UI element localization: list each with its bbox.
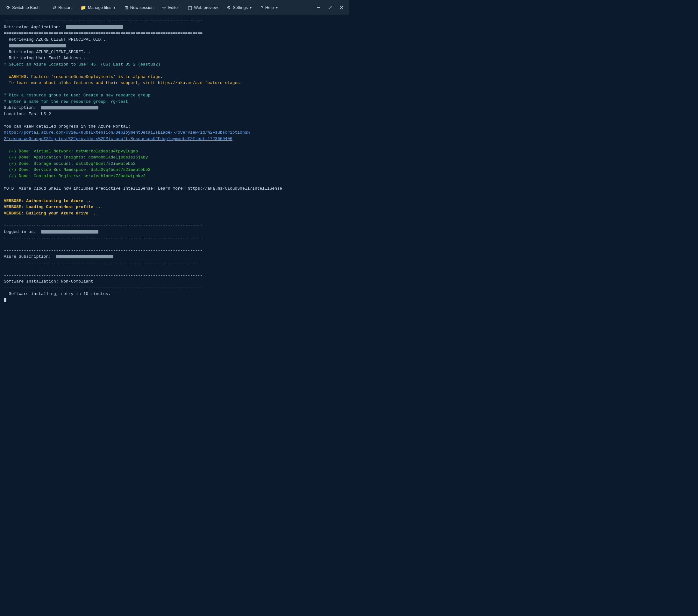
terminal-line (4, 191, 345, 198)
minimize-button[interactable]: − (313, 2, 323, 13)
divider-1 (46, 4, 46, 12)
editor-icon: ✏ (163, 5, 166, 10)
terminal-line (4, 142, 345, 148)
terminal-line: ? Pick a resource group to use: Create a… (4, 92, 345, 99)
terminal-line: ----------------------------------------… (4, 272, 345, 279)
new-session-button[interactable]: ⊞ New session (121, 3, 158, 12)
terminal-line: Software Installation: Non-Compliant (4, 278, 345, 285)
terminal-line: ----------------------------------------… (4, 247, 345, 254)
terminal[interactable]: ========================================… (0, 15, 349, 308)
terminal-line: Subscription: █████████████████ (4, 105, 345, 111)
terminal-line: Software installing, retry in 10 minutes… (4, 291, 345, 297)
manage-files-chevron-icon: ▾ (113, 5, 115, 10)
redacted-value: █████████████████ (56, 255, 113, 259)
terminal-line: ----------------------------------------… (4, 285, 345, 291)
restart-icon: ↺ (53, 5, 56, 10)
terminal-line: https://portal.azure.com/#view/HubsExten… (4, 129, 345, 142)
terminal-line: (✓) Done: Storage account: data0vq4bqnt7… (4, 161, 345, 167)
terminal-line: VERBOSE: Authenticating to Azure ... (4, 198, 345, 204)
terminal-line: WARNING: Feature 'resourceGroupDeploymen… (4, 74, 345, 80)
terminal-line (4, 266, 345, 272)
redacted-value: █████████████████ (41, 230, 98, 234)
help-icon: ? (261, 5, 263, 10)
terminal-line (4, 86, 345, 92)
switch-to-bash-button[interactable]: ⟳ Switch to Bash (2, 3, 43, 12)
terminal-line: Retrieving User Email Address... (4, 55, 345, 61)
terminal-line: To learn more about alpha features and t… (4, 80, 345, 86)
terminal-line: VERBOSE: Loading CurrentHost profile ... (4, 204, 345, 210)
terminal-line (4, 216, 345, 223)
web-preview-button[interactable]: ◫ Web preview (184, 3, 222, 12)
gear-icon: ⚙ (227, 5, 231, 10)
settings-button[interactable]: ⚙ Settings ▾ (223, 3, 256, 12)
terminal-line (4, 68, 345, 74)
manage-files-button[interactable]: 📁 Manage files ▾ (77, 3, 120, 12)
close-button[interactable]: ✕ (336, 2, 347, 13)
terminal-line (4, 179, 345, 186)
terminal-line: ----------------------------------------… (4, 235, 345, 242)
terminal-line: ========================================… (4, 30, 345, 37)
new-session-icon: ⊞ (125, 5, 128, 10)
terminal-line: Retrieving AZURE_CLIENT_PRINCIPAL_OID... (4, 37, 345, 43)
folder-icon: 📁 (81, 5, 86, 10)
terminal-link-2: 2FresourceGroups%2Frg-test%2Fproviders%2… (4, 137, 233, 141)
terminal-line: (✓) Done: Application Insights: commonbl… (4, 154, 345, 161)
settings-chevron-icon: ▾ (250, 5, 252, 10)
redacted-value: █████████████████ (41, 106, 98, 110)
redacted-value: █████████████████ (66, 25, 123, 29)
terminal-line: Azure Subscription: █████████████████ (4, 254, 345, 260)
web-preview-icon: ◫ (188, 5, 192, 10)
terminal-line: ----------------------------------------… (4, 260, 345, 266)
maximize-button[interactable]: ⤢ (325, 2, 335, 13)
terminal-line: █████████████████ (4, 43, 345, 49)
switch-icon: ⟳ (6, 5, 10, 10)
window-controls: − ⤢ ✕ (313, 2, 347, 13)
terminal-link[interactable]: https://portal.azure.com/#view/HubsExten… (4, 130, 250, 135)
editor-button[interactable]: ✏ Editor (158, 3, 183, 12)
terminal-line (4, 297, 345, 303)
terminal-line: Location: East US 2 (4, 111, 345, 117)
terminal-line: ========================================… (4, 18, 345, 24)
terminal-line: VERBOSE: Building your Azure drive ... (4, 210, 345, 217)
terminal-line: MOTD: Azure Cloud Shell now includes Pre… (4, 186, 345, 192)
terminal-line: Logged in as: █████████████████ (4, 229, 345, 235)
terminal-line: (✓) Done: Virtual Network: networkblades… (4, 148, 345, 155)
terminal-line: Retrieving Application: ████████████████… (4, 24, 345, 31)
restart-button[interactable]: ↺ Restart (49, 3, 75, 12)
terminal-line: ? Enter a name for the new resource grou… (4, 99, 345, 105)
terminal-line: Retrieving AZURE_CLIENT_SECRET... (4, 49, 345, 55)
terminal-line (4, 241, 345, 247)
terminal-line: ? Select an Azure location to use: 45. (… (4, 61, 345, 68)
toolbar: ⟳ Switch to Bash ↺ Restart 📁 Manage file… (0, 0, 349, 15)
redacted-value: █████████████████ (9, 44, 66, 48)
terminal-line: (✓) Done: Container Registry: servicebla… (4, 173, 345, 180)
help-chevron-icon: ▾ (276, 5, 278, 10)
terminal-line (4, 117, 345, 124)
terminal-line: ----------------------------------------… (4, 223, 345, 229)
terminal-line: (✓) Done: Service Bus Namespace: data0vq… (4, 167, 345, 173)
terminal-cursor (4, 298, 6, 302)
terminal-line: You can view detailed progress in the Az… (4, 124, 345, 130)
help-button[interactable]: ? Help ▾ (257, 3, 282, 12)
